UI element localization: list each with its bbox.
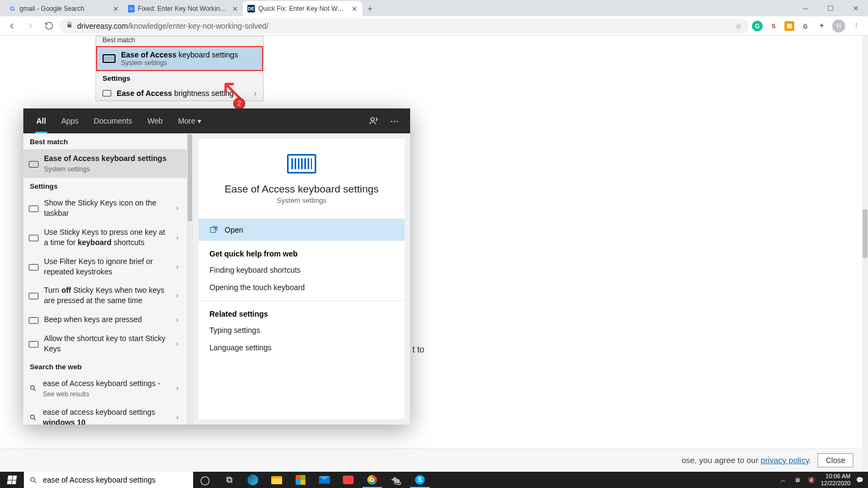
window-close-button[interactable]: ✕ [843, 0, 868, 16]
preview-related-link-2[interactable]: Language settings [199, 339, 405, 356]
svg-point-0 [371, 118, 374, 121]
taskbar-chat-icon[interactable] [336, 472, 360, 488]
privacy-close-button[interactable]: Close [818, 453, 853, 467]
taskbar-search-input[interactable]: ease of Access keyboard settings [24, 472, 193, 488]
tray-chevron-icon[interactable]: ︿ [778, 476, 788, 484]
browser-tab-1[interactable]: ≡ Fixed: Enter Key Not Working On… ✕ [124, 1, 243, 16]
result-settings-1[interactable]: Show the Sticky Keys icon on the taskbar… [23, 194, 187, 223]
result-settings-2[interactable]: Use Sticky Keys to press one key at a ti… [23, 223, 187, 252]
result-settings-6[interactable]: Allow the shortcut key to start Sticky K… [23, 329, 187, 358]
taskbar-chrome-icon[interactable] [360, 472, 384, 488]
preview-related-header: Related settings [199, 301, 405, 322]
extension-grammarly-icon[interactable]: G [752, 21, 763, 31]
taskbar-mail-icon[interactable] [312, 472, 336, 488]
extension-gray-icon[interactable]: ⎙ [800, 21, 810, 31]
svg-point-1 [30, 386, 34, 390]
url-text: drivereasy.com/knowledge/enter-key-not-w… [77, 22, 269, 30]
result-best-match[interactable]: Ease of Access keyboard settings System … [23, 149, 187, 178]
close-icon[interactable]: ✕ [231, 5, 239, 12]
reload-button[interactable] [41, 18, 56, 34]
taskbar-store-icon[interactable] [289, 472, 312, 488]
start-button[interactable] [0, 472, 24, 488]
group-best-match: Best match [23, 133, 187, 149]
drivereasy-favicon-icon: DE [247, 5, 255, 12]
chevron-right-icon: › [174, 316, 181, 324]
result-settings-4[interactable]: Turn off Sticky Keys when two keys are p… [23, 281, 187, 310]
chevron-right-icon: › [174, 414, 181, 421]
search-feedback-icon[interactable] [365, 112, 383, 130]
docs-favicon-icon: ≡ [128, 5, 135, 12]
taskbar-cortana-icon[interactable]: ◯ [193, 472, 217, 488]
forward-button[interactable] [23, 18, 38, 34]
windows-search-panel: All Apps Documents Web More ▾ ⋯ Best mat… [23, 108, 410, 425]
new-tab-button[interactable]: ＋ [362, 1, 378, 16]
window-maximize-button[interactable]: ☐ [818, 0, 843, 16]
profile-avatar[interactable]: H [832, 20, 845, 33]
group-settings: Settings [23, 178, 187, 194]
search-tab-documents[interactable]: Documents [87, 108, 139, 133]
address-bar[interactable]: drivereasy.com/knowledge/enter-key-not-w… [60, 18, 749, 34]
taskbar-taskview-icon[interactable]: ⧉ [217, 472, 241, 488]
windows-taskbar: ease of Access keyboard settings ◯ ⧉ 🐀 S… [0, 472, 868, 488]
keyboard-icon [29, 317, 39, 324]
close-icon[interactable]: ✕ [350, 5, 358, 12]
scrollbar-thumb[interactable] [188, 134, 192, 221]
preview-related-link-1[interactable]: Typing settings [199, 322, 405, 339]
windows-logo-icon [7, 476, 17, 484]
keyboard-icon [29, 293, 39, 299]
chrome-menu-icon[interactable]: ⋮ [851, 21, 861, 31]
search-results-list: Best match Ease of Access keyboard setti… [23, 133, 193, 425]
privacy-banner: ose, you agree to our privacy policy. Cl… [0, 448, 862, 472]
taskbar-edge-icon[interactable] [241, 472, 265, 488]
chevron-right-icon: › [174, 204, 181, 212]
tray-notifications-icon[interactable]: 💬 [855, 477, 865, 484]
article-highlighted-result: Ease of Access keyboard settings System … [96, 46, 263, 71]
taskbar-app-icon[interactable]: 🐀 [384, 472, 408, 488]
extension-orange-icon[interactable]: ▣ [784, 21, 794, 31]
result-settings-3[interactable]: Use Filter Keys to ignore brief or repea… [23, 252, 187, 281]
browser-tab-0[interactable]: G gmail - Google Search ✕ [4, 1, 124, 16]
taskbar-explorer-icon[interactable] [265, 472, 289, 488]
extensions-puzzle-icon[interactable]: ✦ [816, 21, 827, 31]
google-favicon-icon: G [9, 5, 16, 12]
tray-monitor-icon[interactable]: 🖥 [793, 477, 802, 483]
preview-help-link-2[interactable]: Opening the touch keyboard [199, 279, 405, 296]
tab-title: Quick Fix: Enter Key Not Working… [258, 5, 347, 12]
result-settings-5[interactable]: Beep when keys are pressed › [23, 310, 187, 329]
star-icon[interactable]: ☆ [735, 22, 742, 30]
preview-help-link-1[interactable]: Finding keyboard shortcuts [199, 261, 405, 279]
result-web-1[interactable]: ease of Access keyboard settings - See w… [23, 374, 187, 403]
search-tab-apps[interactable]: Apps [55, 108, 85, 133]
result-web-2[interactable]: ease of access keyboard settings windows… [23, 403, 187, 425]
results-scrollbar[interactable] [187, 133, 193, 425]
preview-title: Ease of Access keyboard settings [225, 183, 379, 195]
keyboard-large-icon [287, 154, 316, 174]
page-scrollbar[interactable] [862, 36, 868, 472]
search-tab-more[interactable]: More ▾ [171, 108, 208, 133]
search-tab-web[interactable]: Web [141, 108, 170, 133]
extension-red-icon[interactable]: S [768, 21, 779, 31]
search-icon [29, 413, 37, 422]
preview-open-button[interactable]: Open [199, 219, 405, 241]
result-subtitle: System settings [44, 165, 181, 174]
keyboard-icon [29, 341, 39, 348]
window-minimize-button[interactable]: ─ [793, 0, 818, 16]
search-preview-pane: Ease of Access keyboard settings System … [193, 133, 410, 425]
scrollbar-thumb[interactable] [863, 209, 867, 258]
close-icon[interactable]: ✕ [112, 5, 119, 12]
privacy-policy-link[interactable]: privacy policy [761, 455, 809, 465]
search-more-icon[interactable]: ⋯ [385, 112, 404, 130]
search-tab-all[interactable]: All [30, 108, 53, 133]
taskbar-skype-icon[interactable]: S [408, 472, 432, 488]
chevron-right-icon: › [174, 292, 181, 299]
keyboard-icon [29, 235, 39, 241]
open-icon [209, 226, 218, 234]
browser-tab-2[interactable]: DE Quick Fix: Enter Key Not Working… ✕ [243, 1, 362, 16]
tray-clock[interactable]: 10:06 AM 12/22/2020 [821, 473, 851, 487]
chevron-right-icon: › [174, 384, 181, 392]
window-controls: ─ ☐ ✕ [793, 0, 868, 16]
tray-volume-icon[interactable]: 🔇 [807, 477, 816, 484]
search-category-tabs: All Apps Documents Web More ▾ ⋯ [23, 108, 410, 133]
keyboard-icon [29, 206, 39, 212]
back-button[interactable] [4, 18, 20, 34]
